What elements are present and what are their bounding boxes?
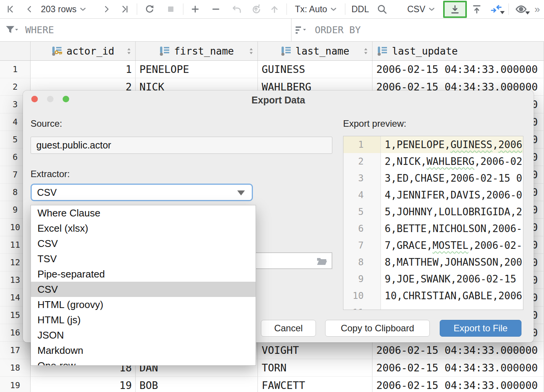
- export-highlight-box: [443, 1, 467, 18]
- next-page-button[interactable]: [100, 0, 112, 18]
- cell-last-update[interactable]: 2006-02-15 04:34:33.000000: [372, 377, 544, 392]
- row-number[interactable]: 18: [0, 359, 31, 377]
- cell-last-name[interactable]: GUINESS: [258, 61, 372, 78]
- extractor-option[interactable]: Excel (xlsx): [31, 221, 256, 236]
- toolbar: 203 rows: [0, 0, 544, 19]
- cancel-button[interactable]: Cancel: [261, 320, 316, 337]
- delete-row-button[interactable]: [209, 0, 222, 18]
- preview-line: 8 8,MATTHEW,JOHANSSON,200: [343, 254, 523, 271]
- submit-button[interactable]: [268, 0, 281, 18]
- order-by-icon: [295, 25, 308, 35]
- view-format-dropdown[interactable]: CSV: [407, 0, 435, 18]
- redo-icon: [251, 4, 261, 15]
- column-icon: [159, 46, 171, 56]
- preview-line: 1 1,PENELOPE,GUINESS,2006: [343, 136, 523, 153]
- cell-last-name[interactable]: FAWCETT: [258, 377, 372, 392]
- sort-arrows-icon: [249, 47, 254, 55]
- first-page-button[interactable]: [4, 0, 17, 18]
- chevron-down-icon: [525, 11, 530, 15]
- import-data-button[interactable]: [470, 0, 484, 18]
- extractor-option[interactable]: One-row: [31, 358, 256, 366]
- cell-last-update[interactable]: 2006-02-15 04:34:33.000000: [372, 359, 544, 377]
- cell-first-name[interactable]: BOB: [136, 377, 258, 392]
- extractor-option[interactable]: Pipe-separated: [31, 266, 256, 282]
- chevron-right-icon: [102, 5, 111, 14]
- undo-button[interactable]: [230, 0, 243, 18]
- undo-icon: [232, 4, 242, 15]
- search-button[interactable]: [375, 0, 389, 18]
- preview-line: 10 10,CHRISTIAN,GABLE,2006: [343, 287, 523, 304]
- view-options-button[interactable]: [513, 0, 529, 18]
- cell-actor-id[interactable]: 1: [31, 61, 136, 78]
- where-filter-input[interactable]: WHERE: [5, 19, 54, 41]
- tx-mode-dropdown[interactable]: Tx: Auto: [295, 0, 337, 18]
- extractor-option[interactable]: TSV: [31, 251, 256, 266]
- last-page-button[interactable]: [118, 0, 131, 18]
- cell-actor-id[interactable]: 19: [31, 377, 136, 392]
- extractor-option[interactable]: Markdown: [31, 343, 256, 358]
- chevron-down-icon: [80, 7, 86, 11]
- row-number-header: [0, 42, 31, 60]
- preview-line-number: 3: [343, 170, 381, 187]
- filter-bar: WHERE ORDER BY: [0, 19, 544, 42]
- preview-line-text: 2,NICK,WAHLBERG,2006-02: [381, 153, 522, 170]
- preview-line-text: 5,JOHNNY,LOLLOBRIGIDA,2: [381, 203, 522, 220]
- preview-line: 11: [343, 304, 523, 310]
- column-header-last_name[interactable]: last_name: [258, 42, 372, 60]
- last-page-icon: [120, 4, 130, 14]
- filter-divider: [291, 19, 291, 41]
- cell-last-name[interactable]: TORN: [258, 359, 372, 377]
- preview-line-number: 8: [343, 254, 381, 271]
- compare-button[interactable]: [489, 0, 504, 18]
- row-number[interactable]: 1: [0, 61, 31, 78]
- preview-line: 6 6,BETTE,NICHOLSON,2006-: [343, 220, 523, 237]
- previous-page-button[interactable]: [24, 0, 36, 18]
- extractor-option[interactable]: CSV: [31, 236, 256, 251]
- ddl-label: DDL: [351, 4, 369, 15]
- preview-line-text: 1,PENELOPE,GUINESS,2006: [381, 136, 522, 153]
- chevrons-more-icon: »: [534, 3, 539, 15]
- cell-last-name[interactable]: VOIGHT: [258, 342, 372, 359]
- rows-count-dropdown[interactable]: 203 rows: [41, 0, 86, 18]
- view-format-label: CSV: [407, 4, 425, 15]
- source-field[interactable]: guest.public.actor: [31, 137, 332, 154]
- extractor-option[interactable]: HTML (js): [31, 312, 256, 327]
- cell-last-update[interactable]: 2006-02-15 04:34:33.000000: [372, 61, 544, 78]
- export-preview-editor[interactable]: 1 1,PENELOPE,GUINESS,2006 2 2,NICK,WAHLB…: [343, 136, 523, 310]
- extractor-combobox[interactable]: CSV: [31, 184, 253, 201]
- column-header-actor_id[interactable]: actor_id: [31, 42, 136, 60]
- export-download-icon: [450, 4, 460, 15]
- stop-button[interactable]: [165, 0, 177, 18]
- extractor-label: Extractor:: [31, 169, 70, 179]
- cell-first-name[interactable]: PENELOPE: [136, 61, 258, 78]
- column-header-last_update[interactable]: last_update: [372, 42, 544, 60]
- copy-to-clipboard-button[interactable]: Copy to Clipboard: [325, 320, 430, 337]
- extractor-option[interactable]: Where Clause: [31, 205, 256, 221]
- refresh-button[interactable]: [143, 0, 156, 18]
- preview-line-number: 2: [343, 153, 381, 170]
- export-to-file-button[interactable]: Export to File: [440, 320, 521, 337]
- order-by-input[interactable]: ORDER BY: [295, 19, 361, 41]
- redo-button[interactable]: [249, 0, 263, 18]
- preview-line: 5 5,JOHNNY,LOLLOBRIGIDA,2: [343, 203, 523, 220]
- column-header-first_name[interactable]: first_name: [136, 42, 258, 60]
- ddl-button[interactable]: DDL: [350, 0, 371, 18]
- more-toolbar-button[interactable]: »: [533, 0, 541, 18]
- extractor-option[interactable]: HTML (groovy): [31, 297, 256, 312]
- add-row-button[interactable]: [189, 0, 202, 18]
- row-number[interactable]: 19: [0, 377, 31, 392]
- preview-line-text: 10,CHRISTIAN,GABLE,2006: [381, 287, 522, 304]
- extractor-option[interactable]: JSON: [31, 327, 256, 343]
- preview-line: 9 9,JOE,SWANK,2006-02-15: [343, 271, 523, 287]
- export-data-button[interactable]: [450, 4, 460, 15]
- column-header-label: last_update: [392, 45, 458, 57]
- folder-icon[interactable]: [316, 257, 327, 266]
- preview-line: 3 3,ED,CHASE,2006-02-15 0: [343, 170, 523, 187]
- preview-line: 4 4,JENNIFER,DAVIS,2006-0: [343, 187, 523, 203]
- extractor-option[interactable]: CSV: [31, 282, 256, 297]
- preview-line: 7 7,GRACE,MOSTEL,2006-02-: [343, 237, 523, 254]
- cell-last-update[interactable]: 2006-02-15 04:34:33.000000: [372, 342, 544, 359]
- first-page-icon: [5, 4, 15, 14]
- row-number[interactable]: 17: [0, 342, 31, 359]
- preview-line-text: 9,JOE,SWANK,2006-02-15: [381, 271, 522, 287]
